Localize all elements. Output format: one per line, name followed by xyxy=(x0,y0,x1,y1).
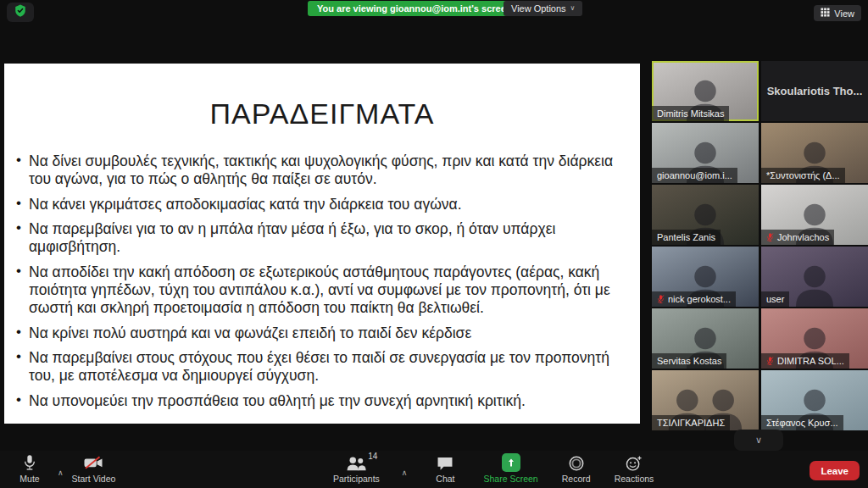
chevron-down-icon: ∨ xyxy=(570,1,576,16)
participant-name: gioannou@iom.i... xyxy=(657,169,732,181)
chat-bubble-icon xyxy=(437,453,453,472)
slide-bullet: Να κάνει γκριμάτσες αποδοκιμασίας κατά τ… xyxy=(16,196,616,214)
record-icon xyxy=(568,453,585,472)
chevron-down-icon: ∨ xyxy=(755,435,762,446)
slide-bullet: Να δίνει συμβουλές τεχνικής, τακτικής κα… xyxy=(16,152,616,189)
participant-tile[interactable]: Servitas Kostas xyxy=(652,308,759,369)
slide-bullet: Να παρεμβαίνει για το αν η μπάλα ήταν μέ… xyxy=(16,220,616,257)
participant-tile[interactable]: Johnvlachos xyxy=(761,185,868,245)
participant-name: Johnvlachos xyxy=(777,231,829,243)
view-label: View xyxy=(834,8,854,19)
video-off-icon xyxy=(83,453,103,472)
participant-name-label: Servitas Kostas xyxy=(652,353,726,369)
participant-tile[interactable]: nick gerokost... xyxy=(652,247,759,307)
participant-grid: Dimitris MitsikasSkoulariotis Tho...gioa… xyxy=(652,61,868,430)
participant-name: user xyxy=(766,293,784,305)
mute-options-chevron[interactable]: ∧ xyxy=(58,469,64,477)
participant-name-label: *Συντονιστής (Δ... xyxy=(761,168,845,183)
slide-bullet: Να αποδίδει την κακή απόδοση σε εξωτερικ… xyxy=(16,263,616,318)
slide-bullet: Να κρίνει πολύ αυστηρά και να φωνάζει επ… xyxy=(16,324,616,342)
participant-name-label: Dimitris Mitsikas xyxy=(652,106,729,121)
participant-name: Servitas Kostas xyxy=(657,355,721,367)
participant-tile[interactable]: DIMITRA SOL... xyxy=(761,308,868,369)
participants-icon: 14 xyxy=(346,453,366,472)
leave-button[interactable]: Leave xyxy=(810,461,860,480)
participant-tile[interactable]: *Συντονιστής (Δ... xyxy=(761,123,868,183)
participant-name-label: gioannou@iom.i... xyxy=(652,168,737,183)
slide-title: ΠΑΡΑΔΕΙΓΜΑΤΑ xyxy=(4,97,640,130)
reactions-button[interactable]: Reactions xyxy=(615,453,654,484)
zoom-meeting-window: You are viewing gioannou@iom.int's scree… xyxy=(0,0,868,488)
participant-name: ΤΣΙΛΙΓΚΑΡΙΔΗΣ xyxy=(657,417,725,429)
slide-bullet: Να υπονομεύει την προσπάθεια του αθλητή … xyxy=(16,392,616,410)
shared-screen-slide: ΠΑΡΑΔΕΙΓΜΑΤΑ Να δίνει συμβουλές τεχνικής… xyxy=(4,64,640,424)
shield-check-icon xyxy=(14,4,26,20)
muted-mic-icon xyxy=(657,294,665,304)
participant-name: Στέφανος Κρυσ... xyxy=(766,417,838,429)
reactions-smiley-icon xyxy=(626,453,643,472)
participant-name: Pantelis Zanis xyxy=(657,231,715,243)
chat-label: Chat xyxy=(436,474,454,484)
participant-name-label: Στέφανος Κρυσ... xyxy=(761,415,843,430)
grid-view-icon xyxy=(821,8,830,19)
view-button[interactable]: View xyxy=(814,5,861,21)
share-screen-icon xyxy=(502,453,520,472)
participant-name: Skoulariotis Tho... xyxy=(761,61,868,121)
participant-name: *Συντονιστής (Δ... xyxy=(766,169,840,181)
meeting-toolbar: Mute ∧ Start Video xyxy=(0,451,868,488)
participant-name-label: nick gerokost... xyxy=(652,291,736,307)
share-screen-button[interactable]: Share Screen xyxy=(483,453,537,484)
share-screen-label: Share Screen xyxy=(483,474,537,484)
mute-button[interactable]: Mute xyxy=(12,453,47,484)
participant-name-label: ΤΣΙΛΙΓΚΑΡΙΔΗΣ xyxy=(652,415,730,430)
participant-tile[interactable]: Dimitris Mitsikas xyxy=(652,61,759,121)
participant-tile[interactable]: Στέφανος Κρυσ... xyxy=(761,370,868,430)
record-label: Record xyxy=(562,474,591,484)
start-video-label: Start Video xyxy=(72,474,116,484)
start-video-button[interactable]: Start Video xyxy=(72,453,116,484)
participant-tile[interactable]: user xyxy=(761,247,868,307)
view-options-label: View Options xyxy=(511,1,566,16)
participant-name-label: Johnvlachos xyxy=(761,230,834,245)
mute-label: Mute xyxy=(19,474,39,484)
participants-label: Participants xyxy=(333,474,380,484)
participant-tile[interactable]: gioannou@iom.i... xyxy=(652,123,759,183)
participant-name: nick gerokost... xyxy=(668,293,731,305)
chat-button[interactable]: Chat xyxy=(427,453,463,484)
participant-tile[interactable]: ΤΣΙΛΙΓΚΑΡΙΔΗΣ xyxy=(652,370,759,430)
microphone-icon xyxy=(23,453,36,472)
screen-share-banner: You are viewing gioannou@iom.int's scree… xyxy=(308,1,521,16)
security-shield-button[interactable] xyxy=(7,3,34,22)
participant-tile[interactable]: Pantelis Zanis xyxy=(652,185,759,245)
record-button[interactable]: Record xyxy=(559,453,594,484)
top-bar: You are viewing gioannou@iom.int's scree… xyxy=(0,0,868,22)
participant-name-label: DIMITRA SOL... xyxy=(761,353,849,369)
slide-bullet: Να παρεμβαίνει στους στόχους που έχει θέ… xyxy=(16,349,616,385)
participant-name: Dimitris Mitsikas xyxy=(657,108,724,119)
participants-options-chevron[interactable]: ∧ xyxy=(402,469,408,477)
slide-bullet-list: Να δίνει συμβουλές τεχνικής, τακτικής κα… xyxy=(16,152,616,410)
participants-count-badge: 14 xyxy=(368,452,377,461)
participants-button[interactable]: 14 Participants xyxy=(333,453,380,484)
muted-mic-icon xyxy=(766,232,774,242)
reactions-label: Reactions xyxy=(615,474,654,484)
participant-name-label: user xyxy=(761,291,789,307)
participant-tile[interactable]: Skoulariotis Tho... xyxy=(761,61,868,121)
collapse-gallery-button[interactable]: ∨ xyxy=(734,430,783,451)
view-options-dropdown[interactable]: View Options ∨ xyxy=(504,1,582,16)
muted-mic-icon xyxy=(766,356,774,366)
participant-name: DIMITRA SOL... xyxy=(777,355,844,367)
participant-name-label: Pantelis Zanis xyxy=(652,230,721,245)
